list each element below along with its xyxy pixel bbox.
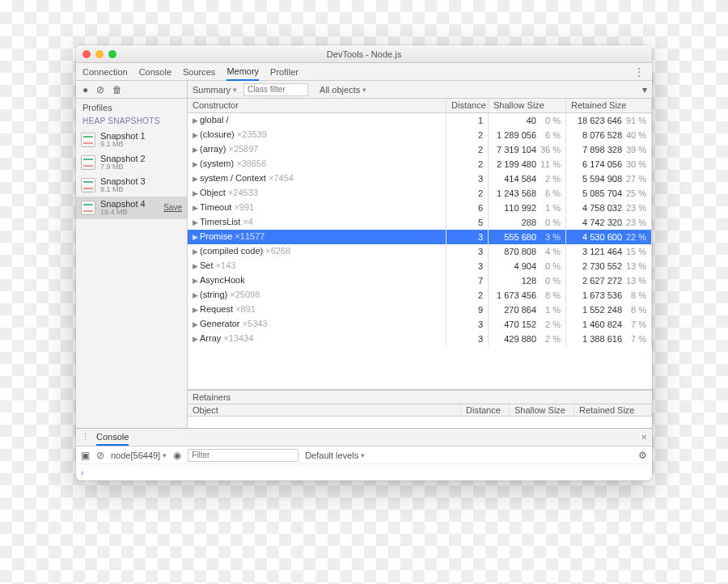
drawer-tabs: ⋮ Console × bbox=[76, 429, 652, 446]
table-row[interactable]: ▶(string) ×25098 2 1 673 4568 % 1 673 53… bbox=[188, 288, 652, 303]
table-row[interactable]: ▶(compiled code) ×6268 3 870 8084 % 3 12… bbox=[188, 244, 652, 259]
retainers-col-distance[interactable]: Distance bbox=[461, 404, 510, 416]
clear-console-icon[interactable]: ⊘ bbox=[96, 450, 104, 461]
console-drawer: ⋮ Console × ▣ ⊘ node[56449] ◉ Default le… bbox=[76, 428, 652, 480]
save-snapshot-link[interactable]: Save bbox=[163, 203, 182, 212]
shallow-size-cell: 2 199 48011 % bbox=[489, 157, 566, 171]
constructor-cell: ▶(system) ×38656 bbox=[188, 157, 447, 171]
constructor-cell: ▶(string) ×25098 bbox=[188, 288, 447, 303]
heap-snapshots-heading: HEAP SNAPSHOTS bbox=[76, 115, 187, 129]
col-shallow-size[interactable]: Shallow Size bbox=[489, 99, 566, 113]
constructor-cell: ▶Object ×24533 bbox=[188, 186, 447, 201]
table-row[interactable]: ▶TimersList ×4 5 2880 % 4 742 32023 % bbox=[188, 215, 652, 230]
devtools-tabs: Connection Console Sources Memory Profil… bbox=[76, 63, 652, 81]
more-menu-icon[interactable]: ⋮ bbox=[633, 66, 645, 78]
snapshot-item[interactable]: Snapshot 3 9.1 MB bbox=[76, 174, 187, 197]
tab-profiler[interactable]: Profiler bbox=[270, 64, 298, 80]
snapshot-item[interactable]: Snapshot 2 7.9 MB bbox=[76, 151, 187, 174]
execution-context-dropdown[interactable]: node[56449] bbox=[111, 451, 167, 460]
shallow-size-cell: 4 9040 % bbox=[489, 259, 566, 273]
table-row[interactable]: ▶global / 1 400 % 18 623 64691 % bbox=[188, 113, 652, 129]
shallow-size-cell: 1 673 4568 % bbox=[489, 288, 566, 303]
objects-filter-dropdown[interactable]: All objects bbox=[320, 85, 366, 95]
shallow-size-cell: 110 9921 % bbox=[489, 201, 566, 215]
distance-cell: 3 bbox=[447, 332, 489, 346]
col-distance[interactable]: Distance bbox=[447, 99, 489, 113]
record-icon[interactable]: ● bbox=[83, 84, 88, 95]
console-settings-icon[interactable]: ⚙ bbox=[638, 450, 647, 461]
close-drawer-icon[interactable]: × bbox=[641, 431, 647, 443]
console-filter-input[interactable] bbox=[188, 449, 298, 462]
log-levels-dropdown[interactable]: Default levels bbox=[305, 451, 365, 460]
shallow-size-cell: 414 5842 % bbox=[489, 171, 566, 186]
table-row[interactable]: ▶(system) ×38656 2 2 199 48011 % 6 174 0… bbox=[188, 157, 652, 171]
table-row[interactable]: ▶Promise ×11577 3 555 6803 % 4 530 60022… bbox=[188, 230, 652, 244]
toggle-sidebar-icon[interactable]: ▣ bbox=[81, 450, 90, 461]
retainers-body bbox=[188, 417, 652, 428]
distance-cell: 1 bbox=[447, 113, 489, 129]
distance-cell: 6 bbox=[447, 201, 489, 215]
retainers-col-shallow[interactable]: Shallow Size bbox=[510, 404, 574, 416]
constructor-cell: ▶AsyncHook bbox=[188, 273, 447, 288]
distance-cell: 2 bbox=[447, 142, 489, 157]
constructors-table[interactable]: Constructor Distance Shallow Size Retain… bbox=[188, 99, 652, 390]
retained-size-cell: 3 121 46415 % bbox=[566, 244, 652, 259]
snapshot-item[interactable]: Snapshot 1 9.1 MB bbox=[76, 129, 187, 151]
distance-cell: 3 bbox=[447, 171, 489, 186]
retainers-col-object[interactable]: Object bbox=[188, 404, 461, 416]
filter-dropdown-icon[interactable]: ▾ bbox=[642, 84, 647, 95]
class-filter-input[interactable] bbox=[243, 83, 308, 96]
devtools-window: DevTools - Node.js Connection Console So… bbox=[76, 45, 652, 480]
console-prompt[interactable]: › bbox=[76, 464, 652, 480]
retained-size-cell: 18 623 64691 % bbox=[566, 113, 652, 129]
view-dropdown[interactable]: Summary bbox=[193, 85, 237, 95]
retainers-col-retained[interactable]: Retained Size bbox=[574, 404, 652, 416]
drawer-menu-icon[interactable]: ⋮ bbox=[81, 432, 90, 442]
shallow-size-cell: 400 % bbox=[489, 113, 566, 129]
shallow-size-cell: 870 8084 % bbox=[489, 244, 566, 259]
tab-memory[interactable]: Memory bbox=[226, 63, 259, 81]
retained-size-cell: 4 742 32023 % bbox=[566, 215, 652, 230]
retained-size-cell: 8 076 52840 % bbox=[566, 128, 652, 142]
table-row[interactable]: ▶system / Context ×7454 3 414 5842 % 5 5… bbox=[188, 171, 652, 186]
col-retained-size[interactable]: Retained Size bbox=[566, 99, 652, 113]
tab-console[interactable]: Console bbox=[139, 64, 171, 80]
window-title: DevTools - Node.js bbox=[76, 49, 652, 59]
snapshot-item[interactable]: Snapshot 4 19.4 MB Save bbox=[76, 197, 187, 219]
profiles-sidebar: ● ⊘ 🗑 Profiles HEAP SNAPSHOTS Snapshot 1… bbox=[76, 81, 188, 428]
live-expression-icon[interactable]: ◉ bbox=[173, 450, 181, 461]
retained-size-cell: 5 594 90827 % bbox=[566, 171, 652, 186]
retained-size-cell: 6 174 05630 % bbox=[566, 157, 652, 171]
snapshot-size: 9.1 MB bbox=[100, 186, 146, 194]
distance-cell: 9 bbox=[447, 303, 489, 317]
clear-icon[interactable]: ⊘ bbox=[96, 84, 104, 95]
constructor-cell: ▶Timeout ×991 bbox=[188, 201, 447, 215]
table-row[interactable]: ▶Object ×24533 2 1 243 5686 % 5 085 7042… bbox=[188, 186, 652, 201]
drawer-tab-console[interactable]: Console bbox=[96, 430, 129, 446]
table-row[interactable]: ▶Request ×891 9 270 8641 % 1 552 2488 % bbox=[188, 303, 652, 317]
table-row[interactable]: ▶Set ×143 3 4 9040 % 2 730 55213 % bbox=[188, 259, 652, 273]
retained-size-cell: 4 530 60022 % bbox=[566, 230, 652, 244]
table-row[interactable]: ▶Array ×13434 3 429 8802 % 1 388 6167 % bbox=[188, 332, 652, 346]
content-toolbar: Summary All objects ▾ bbox=[188, 81, 652, 99]
constructor-cell: ▶Set ×143 bbox=[188, 259, 447, 273]
sidebar-toolbar: ● ⊘ 🗑 bbox=[76, 81, 187, 99]
constructor-cell: ▶Promise ×11577 bbox=[188, 230, 447, 244]
col-constructor[interactable]: Constructor bbox=[188, 99, 447, 113]
retainers-heading: Retainers bbox=[188, 390, 652, 404]
snapshot-icon bbox=[81, 155, 95, 170]
delete-icon[interactable]: 🗑 bbox=[112, 84, 122, 95]
table-row[interactable]: ▶Generator ×5343 3 470 1522 % 1 460 8247… bbox=[188, 317, 652, 332]
shallow-size-cell: 470 1522 % bbox=[489, 317, 566, 332]
table-row[interactable]: ▶(closure) ×23539 2 1 289 0566 % 8 076 5… bbox=[188, 128, 652, 142]
table-row[interactable]: ▶AsyncHook 7 1280 % 2 627 27213 % bbox=[188, 273, 652, 288]
constructor-cell: ▶TimersList ×4 bbox=[188, 215, 447, 230]
tab-sources[interactable]: Sources bbox=[183, 64, 215, 80]
table-row[interactable]: ▶(array) ×25897 2 7 319 10436 % 7 898 32… bbox=[188, 142, 652, 157]
table-row[interactable]: ▶Timeout ×991 6 110 9921 % 4 758 03223 % bbox=[188, 201, 652, 215]
shallow-size-cell: 270 8641 % bbox=[489, 303, 566, 317]
distance-cell: 3 bbox=[447, 259, 489, 273]
constructor-cell: ▶system / Context ×7454 bbox=[188, 171, 447, 186]
tab-connection[interactable]: Connection bbox=[83, 64, 128, 80]
snapshot-icon bbox=[81, 201, 95, 215]
